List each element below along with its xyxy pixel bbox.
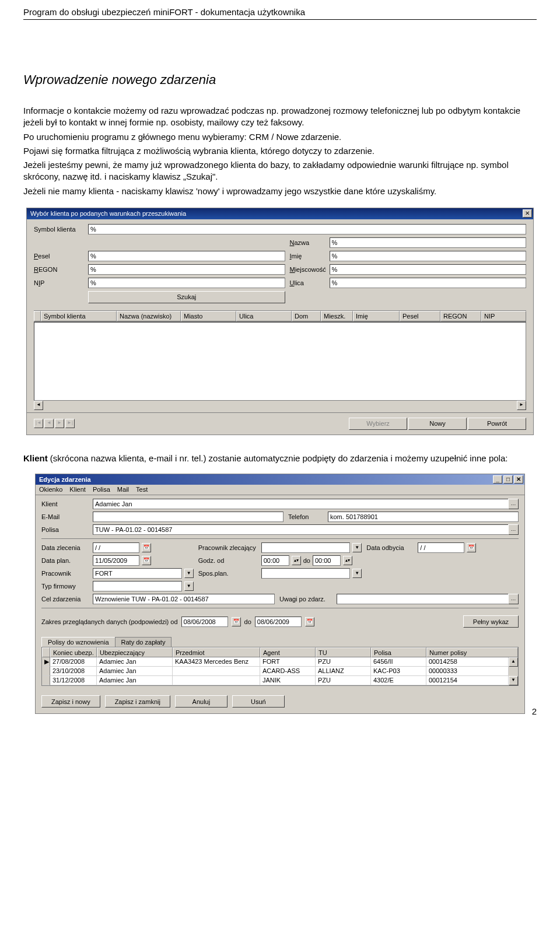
save-close-button[interactable]: Zapisz i zamknij — [105, 695, 170, 708]
menu-klient[interactable]: Klient — [69, 486, 86, 493]
col-numer[interactable]: Numer polisy — [426, 647, 518, 657]
prev-icon[interactable]: ◄ — [44, 419, 54, 428]
col-przedmiot[interactable]: Przedmiot — [173, 647, 260, 657]
calendar-icon[interactable]: 📅 — [467, 543, 476, 552]
col-dom[interactable]: Dom — [292, 311, 321, 321]
calendar-icon[interactable]: 📅 — [142, 556, 151, 565]
lookup-icon[interactable]: … — [508, 594, 519, 604]
godz-do-input[interactable] — [313, 555, 341, 566]
table-row[interactable]: 31/12/2008Adamiec JanJANIKPZU4302/E00012… — [42, 676, 509, 685]
col-pesel[interactable]: Pesel — [400, 311, 440, 321]
delete-button[interactable]: Usuń — [232, 695, 285, 708]
client-search-dialog: Wybór klienta po podanych warunkach prze… — [26, 208, 534, 435]
range-to-input[interactable] — [255, 617, 302, 627]
maximize-icon[interactable]: □ — [503, 475, 513, 484]
col-polisa[interactable]: Polisa — [371, 647, 426, 657]
dropdown-icon[interactable]: ▼ — [184, 582, 194, 591]
table-row[interactable]: 23/10/2008Adamiec JanACARD-ASSALLIANZKAC… — [42, 667, 509, 676]
scroll-up-icon[interactable]: ▲ — [509, 657, 518, 667]
nip-input[interactable] — [88, 278, 285, 288]
klient-input[interactable] — [93, 499, 508, 509]
symbol-input[interactable] — [88, 224, 526, 234]
spinner-icon[interactable]: ▴▾ — [292, 556, 301, 565]
col-nazwa[interactable]: Nazwa (nazwisko) — [117, 311, 181, 321]
minimize-icon[interactable]: _ — [493, 475, 502, 484]
email-input[interactable] — [93, 512, 284, 522]
calendar-icon[interactable]: 📅 — [142, 543, 151, 552]
col-tu[interactable]: TU — [316, 647, 371, 657]
data-plan-input[interactable] — [93, 555, 139, 566]
close-icon[interactable]: ✕ — [514, 475, 523, 484]
last-icon[interactable]: ►| — [65, 419, 75, 428]
save-new-button[interactable]: Zapisz i nowy — [41, 695, 100, 708]
pesel-input[interactable] — [88, 251, 285, 261]
dropdown-icon[interactable]: ▼ — [184, 569, 194, 578]
cancel-button[interactable]: Anuluj — [175, 695, 228, 708]
lookup-icon[interactable]: … — [508, 499, 519, 509]
data-odb-input[interactable] — [418, 542, 464, 553]
imie-input[interactable] — [330, 251, 527, 261]
col-nip[interactable]: NIP — [481, 311, 526, 321]
scroll-right-icon[interactable]: ► — [517, 401, 526, 410]
nip-label: NIP — [34, 279, 83, 286]
uwagi-label: Uwagi po zdarz. — [279, 596, 332, 603]
lookup-icon[interactable]: … — [508, 524, 519, 535]
col-symbol[interactable]: Symbol klienta — [41, 311, 117, 321]
prac-zlec-input[interactable] — [261, 542, 351, 553]
miejsc-input[interactable] — [330, 264, 527, 275]
prac-input[interactable] — [93, 568, 182, 579]
wybierz-button[interactable]: Wybierz — [349, 418, 407, 430]
col-regon[interactable]: REGON — [440, 311, 481, 321]
col-mieszk[interactable]: Mieszk. — [321, 311, 353, 321]
nowy-button[interactable]: Nowy — [408, 418, 467, 430]
data-zlec-input[interactable] — [93, 542, 139, 553]
first-icon[interactable]: |◄ — [34, 419, 43, 428]
email-label: E-Mail — [41, 513, 88, 520]
col-koniec[interactable]: Koniec ubezp. — [50, 647, 97, 657]
tab-polisy[interactable]: Polisy do wznowienia — [41, 637, 116, 647]
col-imie[interactable]: Imię — [353, 311, 400, 321]
client-table-header: Symbol klienta Nazwa (nazwisko) Miasto U… — [34, 310, 526, 322]
cel-label: Cel zdarzenia — [41, 596, 88, 603]
col-ubezp[interactable]: Ubezpieczający — [97, 647, 173, 657]
typ-label: Typ firmowy — [41, 583, 88, 590]
dropdown-icon[interactable]: ▼ — [352, 569, 362, 578]
range-from-input[interactable] — [181, 617, 228, 627]
godz-od-input[interactable] — [261, 555, 289, 566]
table-row[interactable]: ▶27/08/2008Adamiec JanKAA3423 Mercedes B… — [42, 657, 509, 667]
col-miasto[interactable]: Miasto — [181, 311, 236, 321]
search-button[interactable]: Szukaj — [88, 291, 285, 303]
scroll-left-icon[interactable]: ◄ — [34, 401, 43, 410]
imie-label: Imię — [290, 253, 325, 260]
menu-test[interactable]: Test — [136, 486, 148, 493]
menu-okienko[interactable]: Okienko — [39, 486, 62, 493]
uwagi-input[interactable] — [337, 594, 508, 604]
nazwa-input[interactable] — [330, 237, 527, 248]
calendar-icon[interactable]: 📅 — [232, 617, 241, 626]
v-scrollbar[interactable]: ▲ ▼ — [509, 657, 518, 685]
calendar-icon[interactable]: 📅 — [305, 617, 314, 626]
tab-raty[interactable]: Raty do zapłaty — [115, 637, 172, 647]
col-ulica[interactable]: Ulica — [236, 311, 292, 321]
menu-polisa[interactable]: Polisa — [93, 486, 110, 493]
spinner-icon[interactable]: ▴▾ — [343, 556, 352, 565]
close-icon[interactable]: ✕ — [523, 209, 532, 218]
powrot-button[interactable]: Powrót — [468, 418, 526, 430]
next-icon[interactable]: ► — [55, 419, 64, 428]
typ-input[interactable] — [93, 581, 182, 591]
telefon-input[interactable] — [328, 512, 519, 522]
polisa-input[interactable] — [93, 524, 508, 535]
menu-mail[interactable]: Mail — [117, 486, 129, 493]
spos-input[interactable] — [261, 568, 351, 579]
pelny-button[interactable]: Pełny wykaz — [463, 615, 519, 628]
scroll-down-icon[interactable]: ▼ — [509, 676, 518, 685]
dropdown-icon[interactable]: ▼ — [352, 543, 362, 552]
col-agent[interactable]: Agent — [260, 647, 316, 657]
ulica-label: Ulica — [290, 279, 325, 286]
client-table-body[interactable] — [34, 322, 526, 401]
ulica-input[interactable] — [330, 278, 527, 288]
menu-bar: Okienko Klient Polisa Mail Test — [36, 485, 524, 495]
regon-input[interactable] — [88, 264, 285, 275]
cel-input[interactable] — [93, 594, 275, 604]
h-scrollbar[interactable]: ◄ ► — [34, 401, 526, 410]
